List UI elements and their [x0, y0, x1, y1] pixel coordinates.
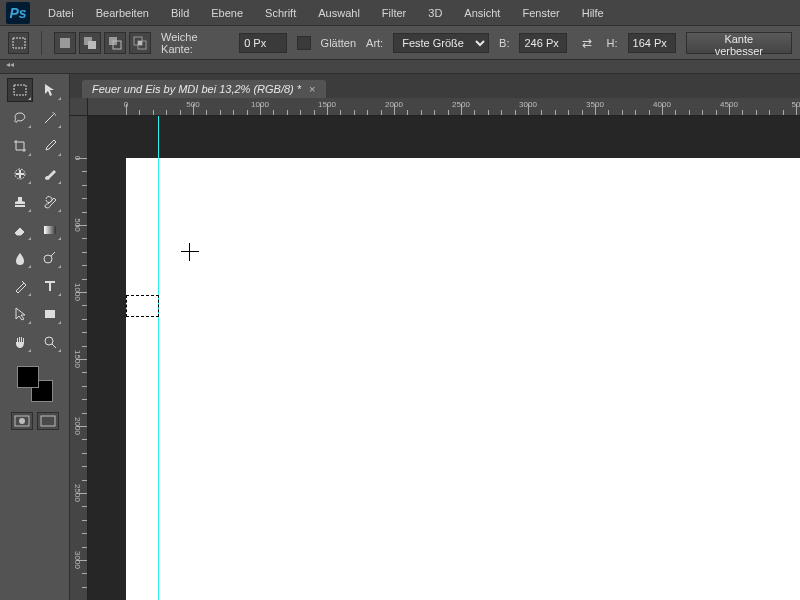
svg-point-18 — [19, 418, 25, 424]
tool-gradient[interactable] — [37, 218, 63, 242]
selection-mode-buttons — [54, 32, 151, 54]
tool-brush[interactable] — [37, 162, 63, 186]
antialias-label: Glätten — [321, 37, 356, 49]
tool-healing[interactable] — [7, 162, 33, 186]
tool-lasso[interactable] — [7, 106, 33, 130]
ruler-v-label: 3000 — [73, 551, 82, 569]
menu-ansicht[interactable]: Ansicht — [454, 5, 510, 21]
tool-stamp[interactable] — [7, 190, 33, 214]
quickmask-icon[interactable] — [11, 412, 33, 430]
menu-ebene[interactable]: Ebene — [201, 5, 253, 21]
options-bar: Weiche Kante: Glätten Art: Feste Größe B… — [0, 26, 800, 60]
selmode-intersect-icon[interactable] — [129, 32, 151, 54]
foreground-swatch[interactable] — [17, 366, 39, 388]
ruler-h-label: 0 — [124, 100, 128, 109]
svg-rect-0 — [13, 38, 25, 48]
canvas-paper[interactable] — [126, 158, 800, 600]
menu-filter[interactable]: Filter — [372, 5, 416, 21]
ruler-v-label: 1000 — [73, 283, 82, 301]
svg-rect-8 — [138, 41, 142, 45]
tool-zoom[interactable] — [37, 330, 63, 354]
ruler-h-label: 50 — [792, 100, 800, 109]
menu-datei[interactable]: Datei — [38, 5, 84, 21]
svg-rect-19 — [41, 416, 55, 426]
document-tab-title: Feuer und Eis by MDI bei 13,2% (RGB/8) * — [92, 83, 301, 95]
tool-history-brush[interactable] — [37, 190, 63, 214]
tool-hand[interactable] — [7, 330, 33, 354]
svg-rect-1 — [60, 38, 70, 48]
ruler-v-label: 0 — [73, 156, 82, 160]
marquee-rect-icon[interactable] — [8, 32, 29, 54]
selmode-add-icon[interactable] — [79, 32, 101, 54]
width-input[interactable] — [519, 33, 567, 53]
workspace: Feuer und Eis by MDI bei 13,2% (RGB/8) *… — [0, 74, 800, 600]
style-select[interactable]: Feste Größe — [393, 33, 489, 53]
tool-type[interactable] — [37, 274, 63, 298]
height-input[interactable] — [628, 33, 676, 53]
ruler-h-label: 500 — [186, 100, 199, 109]
marquee-selection[interactable] — [126, 295, 159, 317]
tool-crop[interactable] — [7, 134, 33, 158]
antialias-checkbox — [297, 36, 310, 50]
document-area: Feuer und Eis by MDI bei 13,2% (RGB/8) *… — [70, 74, 800, 600]
svg-rect-13 — [44, 226, 56, 234]
selmode-subtract-icon[interactable] — [104, 32, 126, 54]
ruler-horizontal[interactable]: 05001000150020002500300035004000450050 — [88, 98, 800, 116]
tool-eraser[interactable] — [7, 218, 33, 242]
ruler-h-label: 1500 — [318, 100, 336, 109]
menu-3d[interactable]: 3D — [418, 5, 452, 21]
svg-rect-9 — [14, 85, 26, 95]
tool-move[interactable] — [37, 78, 63, 102]
screenmode-icon[interactable] — [37, 412, 59, 430]
tool-marquee[interactable] — [7, 78, 33, 102]
ruler-vertical[interactable]: 050010001500200025003000 — [70, 116, 88, 600]
ruler-corner — [70, 98, 88, 116]
ruler-h-label: 3000 — [519, 100, 537, 109]
document-tabstrip: Feuer und Eis by MDI bei 13,2% (RGB/8) *… — [70, 74, 800, 98]
svg-point-14 — [44, 255, 52, 263]
menu-schrift[interactable]: Schrift — [255, 5, 306, 21]
ruler-h-label: 2000 — [385, 100, 403, 109]
tool-shape[interactable] — [37, 302, 63, 326]
collapse-strip: ◂◂ — [0, 60, 800, 74]
feather-input[interactable] — [239, 33, 287, 53]
height-label: H: — [607, 37, 618, 49]
tool-eyedropper[interactable] — [37, 134, 63, 158]
color-swatches[interactable] — [15, 364, 55, 404]
guide-vertical[interactable] — [158, 116, 159, 600]
document-tab[interactable]: Feuer und Eis by MDI bei 13,2% (RGB/8) *… — [82, 80, 326, 98]
svg-point-16 — [45, 337, 53, 345]
selmode-new-icon[interactable] — [54, 32, 76, 54]
ruler-h-label: 3500 — [586, 100, 604, 109]
ruler-v-label: 2500 — [73, 484, 82, 502]
tool-blur[interactable] — [7, 246, 33, 270]
tool-dodge[interactable] — [37, 246, 63, 270]
canvas-viewport[interactable] — [88, 116, 800, 600]
close-tab-icon[interactable]: × — [309, 83, 315, 95]
svg-rect-3 — [88, 41, 96, 49]
tool-wand[interactable] — [37, 106, 63, 130]
ruler-h-label: 4000 — [653, 100, 671, 109]
canvas-wrap: 05001000150020002500300035004000450050 0… — [70, 98, 800, 600]
menu-auswahl[interactable]: Auswahl — [308, 5, 370, 21]
app-logo: Ps — [6, 2, 30, 24]
ruler-h-label: 1000 — [251, 100, 269, 109]
svg-rect-15 — [45, 310, 55, 318]
width-label: B: — [499, 37, 509, 49]
tool-pen[interactable] — [7, 274, 33, 298]
menu-fenster[interactable]: Fenster — [512, 5, 569, 21]
swap-wh-icon[interactable]: ⇄ — [577, 33, 596, 53]
refine-edge-button[interactable]: Kante verbesser — [686, 32, 792, 54]
svg-rect-12 — [19, 170, 21, 178]
feather-label: Weiche Kante: — [161, 31, 229, 55]
ruler-h-label: 2500 — [452, 100, 470, 109]
tool-path-select[interactable] — [7, 302, 33, 326]
tool-palette — [0, 74, 70, 600]
menu-hilfe[interactable]: Hilfe — [572, 5, 614, 21]
menubar: Ps DateiBearbeitenBildEbeneSchriftAuswah… — [0, 0, 800, 26]
menu-bild[interactable]: Bild — [161, 5, 199, 21]
style-label: Art: — [366, 37, 383, 49]
ruler-v-label: 2000 — [73, 417, 82, 435]
collapse-arrow-icon[interactable]: ◂◂ — [0, 60, 20, 73]
menu-bearbeiten[interactable]: Bearbeiten — [86, 5, 159, 21]
